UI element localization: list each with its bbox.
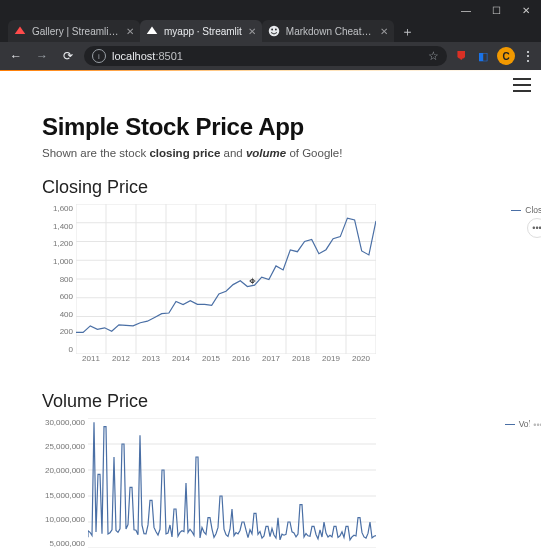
page-title: Simple Stock Price App: [42, 113, 499, 141]
svg-marker-1: [147, 27, 158, 35]
ext-blocker-icon[interactable]: ⛊: [453, 48, 469, 64]
browser-tab[interactable]: myapp · Streamlit ✕: [140, 20, 262, 42]
address-bar[interactable]: i localhost:8501 ☆: [84, 46, 447, 66]
chart1-legend: Close: [511, 205, 541, 215]
tab-title: Gallery | Streamlit — The fastes: [32, 26, 120, 37]
chart1-y-axis-labels: 1,6001,4001,2001,0008006004002000: [42, 204, 76, 354]
legend-swatch-icon: [505, 424, 515, 425]
streamlit-favicon-icon: [146, 25, 158, 37]
bookmark-star-icon[interactable]: ☆: [428, 49, 439, 63]
url-display: localhost:8501: [112, 50, 183, 62]
browser-window: — ☐ ✕ Gallery | Streamlit — The fastes ✕…: [0, 0, 541, 554]
legend-swatch-icon: [511, 210, 521, 211]
page-viewport: Simple Stock Price App Shown are the sto…: [0, 70, 541, 554]
chart1-heading: Closing Price: [42, 177, 499, 198]
browser-toolbar: ← → ⟳ i localhost:8501 ☆ ⛊◧C ⋮: [0, 42, 541, 70]
window-maximize-button[interactable]: ☐: [481, 0, 511, 20]
chart2-heading: Volume Price: [42, 391, 499, 412]
streamlit-menu-button[interactable]: [513, 78, 531, 92]
close-tab-icon[interactable]: ✕: [126, 26, 134, 37]
browser-tab[interactable]: Markdown Cheatsheet · adam-p ✕: [262, 20, 394, 42]
chart-more-button[interactable]: •••: [527, 218, 541, 238]
close-tab-icon[interactable]: ✕: [380, 26, 388, 37]
legend-label: Close: [525, 205, 541, 215]
chart1-plot-area[interactable]: [76, 204, 376, 354]
tab-strip: Gallery | Streamlit — The fastes ✕ myapp…: [0, 20, 541, 42]
reload-button[interactable]: ⟳: [58, 46, 78, 66]
streamlit-favicon-icon: [14, 25, 26, 37]
chart2-plot-area[interactable]: [88, 418, 376, 548]
browser-tab[interactable]: Gallery | Streamlit — The fastes ✕: [8, 20, 140, 42]
chart2-y-axis-labels: 30,000,00025,000,00020,000,00015,000,000…: [42, 418, 88, 548]
window-close-button[interactable]: ✕: [511, 0, 541, 20]
forward-button[interactable]: →: [32, 46, 52, 66]
new-tab-button[interactable]: ＋: [398, 22, 418, 42]
svg-point-3: [271, 29, 273, 31]
chart-more-button[interactable]: •••: [529, 416, 541, 434]
ext-misc-icon[interactable]: ◧: [475, 48, 491, 64]
toolbar-right: ⛊◧C ⋮: [453, 47, 535, 65]
close-tab-icon[interactable]: ✕: [248, 26, 256, 37]
browser-menu-button[interactable]: ⋮: [521, 48, 535, 64]
tab-title: myapp · Streamlit: [164, 26, 242, 37]
svg-point-2: [269, 26, 280, 37]
window-titlebar: — ☐ ✕: [0, 0, 541, 20]
site-info-icon[interactable]: i: [92, 49, 106, 63]
chart1-x-axis-labels: 2011201220132014201520162017201820192020: [76, 354, 376, 363]
volume-price-chart[interactable]: Volume ••• 30,000,00025,000,00020,000,00…: [42, 418, 499, 548]
closing-price-chart[interactable]: Close ••• ⤢ 1,6001,4001,2001,00080060040…: [42, 204, 499, 363]
page-content: Simple Stock Price App Shown are the sto…: [0, 99, 541, 548]
back-button[interactable]: ←: [6, 46, 26, 66]
svg-point-4: [275, 29, 277, 31]
page-subtitle: Shown are the stock closing price and vo…: [42, 147, 499, 159]
profile-avatar-button[interactable]: C: [497, 47, 515, 65]
tab-title: Markdown Cheatsheet · adam-p: [286, 26, 374, 37]
github-favicon-icon: [268, 25, 280, 37]
svg-marker-0: [15, 27, 26, 35]
window-minimize-button[interactable]: —: [451, 0, 481, 20]
